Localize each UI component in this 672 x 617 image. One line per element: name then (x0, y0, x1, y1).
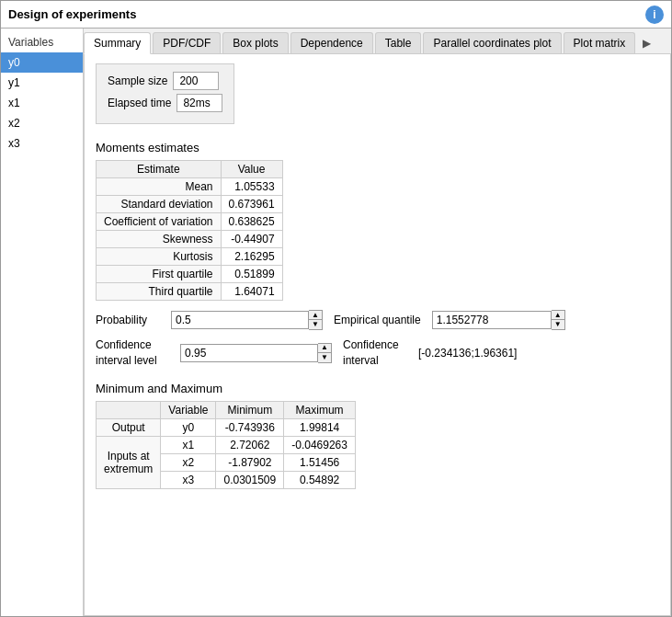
right-panel: SummaryPDF/CDFBox plotsDependenceTablePa… (84, 29, 671, 616)
minmax-row-label: Output (97, 418, 161, 436)
minmax-table: Variable Minimum Maximum Outputy0-0.7439… (96, 401, 356, 489)
sidebar: Variables y0y1x1x2x3 (1, 29, 84, 616)
sample-size-value: 200 (173, 72, 219, 90)
info-box: Sample size 200 Elapsed time 82ms (96, 63, 234, 124)
table-row: Coefficient of variation0.638625 (97, 213, 283, 231)
ci-label: Confidenceinterval (343, 337, 407, 369)
probability-input-wrap: ▲ ▼ (171, 310, 323, 330)
empirical-quantile-input[interactable] (432, 311, 552, 329)
tab-parallel-coordinates-plot[interactable]: Parallel coordinates plot (423, 32, 561, 53)
minmax-maximum: 1.51456 (284, 453, 356, 471)
moment-label: Third quartile (97, 283, 222, 301)
tab-pdf/cdf[interactable]: PDF/CDF (153, 32, 221, 53)
minmax-row-label: Inputs at extremum (97, 436, 161, 488)
probability-input[interactable] (171, 311, 309, 329)
table-row: Skewness-0.44907 (97, 231, 283, 248)
minmax-maximum: 0.54892 (284, 471, 356, 488)
moments-table: Estimate Value Mean1.05533Standard devia… (96, 160, 283, 301)
window-title: Design of experiments (8, 7, 645, 21)
moment-label: Skewness (97, 231, 222, 248)
moment-value: 1.64071 (221, 283, 282, 301)
table-row: Standard deviation0.673961 (97, 196, 283, 213)
tab-content: Sample size 200 Elapsed time 82ms Moment… (84, 54, 671, 616)
moment-value: 0.638625 (221, 213, 282, 231)
table-row: Mean1.05533 (97, 178, 283, 196)
table-row: Inputs at extremumx12.72062-0.0469263 (97, 436, 356, 453)
ci-value: [-0.234136;1.96361] (418, 347, 517, 360)
minmax-variable: y0 (161, 418, 216, 436)
minmax-maximum: 1.99814 (284, 418, 356, 436)
minmax-variable: x3 (161, 471, 216, 488)
probability-spinner-up[interactable]: ▲ (309, 311, 322, 320)
moment-value: 2.16295 (221, 248, 282, 266)
empirical-quantile-wrap: ▲ ▼ (432, 310, 565, 330)
sidebar-item-y0[interactable]: y0 (1, 52, 83, 73)
probability-spinner: ▲ ▼ (309, 310, 323, 330)
tab-table[interactable]: Table (375, 32, 422, 53)
minmax-minimum: 0.0301509 (216, 471, 284, 488)
minmax-col-empty (97, 401, 161, 418)
moment-value: -0.44907 (221, 231, 282, 248)
minmax-variable: x1 (161, 436, 216, 453)
moments-title: Moments estimates (96, 141, 659, 154)
tab-box-plots[interactable]: Box plots (222, 32, 288, 53)
elapsed-time-label: Elapsed time (108, 97, 171, 109)
sidebar-items: y0y1x1x2x3 (1, 52, 83, 154)
main-window: Design of experiments i Variables y0y1x1… (0, 0, 672, 617)
minmax-minimum: -1.87902 (216, 453, 284, 471)
content-area: Variables y0y1x1x2x3 SummaryPDF/CDFBox p… (1, 29, 671, 616)
ci-level-label: Confidenceinterval level (96, 337, 169, 369)
probability-spinner-down[interactable]: ▼ (309, 320, 322, 329)
tab-arrow-right[interactable]: ▶ (637, 33, 656, 53)
eq-spinner-down[interactable]: ▼ (552, 320, 564, 329)
moment-label: First quartile (97, 266, 222, 283)
moment-label: Standard deviation (97, 196, 222, 213)
ci-level-spinner: ▲ ▼ (318, 343, 332, 363)
tab-dependence[interactable]: Dependence (290, 32, 373, 53)
ci-spinner-down[interactable]: ▼ (318, 353, 331, 362)
table-row: Kurtosis2.16295 (97, 248, 283, 266)
empirical-quantile-label: Empirical quantile (334, 314, 421, 326)
sample-size-row: Sample size 200 (108, 72, 222, 90)
probability-label: Probability (96, 314, 160, 326)
minmax-col-maximum: Maximum (284, 401, 356, 418)
eq-spinner-up[interactable]: ▲ (552, 311, 564, 320)
probability-row: Probability ▲ ▼ Empirical quantile ▲ (96, 310, 659, 330)
ci-level-input-wrap: ▲ ▼ (180, 343, 332, 363)
minmax-col-variable: Variable (161, 401, 216, 418)
sidebar-header: Variables (1, 32, 83, 52)
sidebar-item-x3[interactable]: x3 (1, 133, 83, 154)
estimate-header: Estimate (97, 161, 222, 178)
value-header: Value (221, 161, 282, 178)
sample-size-label: Sample size (108, 74, 167, 87)
minmax-title: Minimum and Maximum (96, 382, 659, 395)
table-row: Third quartile1.64071 (97, 283, 283, 301)
tab-summary[interactable]: Summary (84, 32, 151, 54)
moment-label: Kurtosis (97, 248, 222, 266)
table-row: Outputy0-0.7439361.99814 (97, 418, 356, 436)
minmax-maximum: -0.0469263 (284, 436, 356, 453)
elapsed-time-value: 82ms (177, 94, 222, 112)
minmax-minimum: -0.743936 (216, 418, 284, 436)
title-bar: Design of experiments i (1, 1, 671, 29)
minmax-variable: x2 (161, 453, 216, 471)
ci-spinner-up[interactable]: ▲ (318, 344, 331, 353)
table-row: First quartile0.51899 (97, 266, 283, 283)
sidebar-item-x1[interactable]: x1 (1, 93, 83, 113)
tab-plot-matrix[interactable]: Plot matrix (564, 32, 636, 53)
info-icon[interactable]: i (645, 6, 664, 24)
sidebar-item-y1[interactable]: y1 (1, 73, 83, 93)
moment-value: 1.05533 (221, 178, 282, 196)
ci-level-input[interactable] (180, 344, 318, 362)
moment-label: Coefficient of variation (97, 213, 222, 231)
elapsed-time-row: Elapsed time 82ms (108, 94, 222, 112)
tabs-bar: SummaryPDF/CDFBox plotsDependenceTablePa… (84, 29, 671, 54)
moment-label: Mean (97, 178, 222, 196)
minmax-col-minimum: Minimum (216, 401, 284, 418)
empirical-quantile-spinner: ▲ ▼ (552, 310, 565, 330)
confidence-row: Confidenceinterval level ▲ ▼ Confidencei… (96, 337, 659, 369)
minmax-minimum: 2.72062 (216, 436, 284, 453)
moment-value: 0.51899 (221, 266, 282, 283)
moment-value: 0.673961 (221, 196, 282, 213)
sidebar-item-x2[interactable]: x2 (1, 113, 83, 133)
